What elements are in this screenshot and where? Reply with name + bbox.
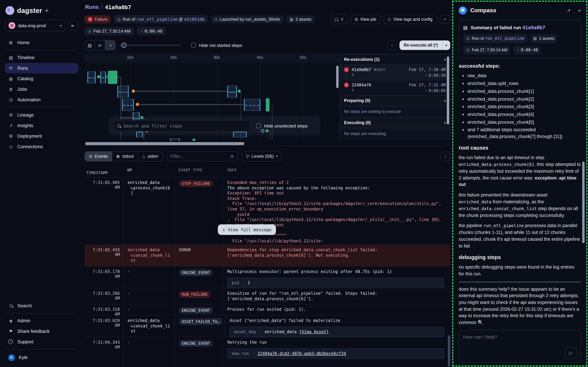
- log-filter-field[interactable]: ⊗: [167, 151, 238, 161]
- chevron-down-icon: ▾: [444, 99, 446, 102]
- gantt-vertical-scrollbar[interactable]: [336, 66, 339, 88]
- log-row[interactable]: 7:31:03.318 AM - ENGINE_EVENT Process fo…: [84, 304, 450, 316]
- view-job-button[interactable]: ⧉ View job: [350, 15, 381, 24]
- run-of-tag[interactable]: ◎ Run of run_etl_pipeline @ e2c051db: [114, 15, 208, 24]
- sidebar-item-admin[interactable]: ◈ Admin: [5, 315, 78, 326]
- re-executions-scrollbar[interactable]: [447, 57, 449, 125]
- gantt-bar[interactable]: [122, 99, 134, 111]
- gantt-marker[interactable]: [97, 75, 100, 79]
- gantt-marker-retry[interactable]: [136, 103, 139, 106]
- log-sort-button[interactable]: ↕: [441, 151, 450, 161]
- compass-chat-box: ▷: [459, 330, 581, 362]
- log-row-error[interactable]: 7:31:02.433 AM enriched_data ↳concat_chu…: [84, 245, 450, 267]
- sidebar-item-share-feedback[interactable]: ⚑ Share feedback: [5, 326, 78, 336]
- dagster-logo[interactable]: dagster +: [5, 5, 78, 20]
- gantt-controls: ▤ ≓ ◔ Hide not started steps ↕ Re-execut…: [84, 40, 450, 50]
- close-icon[interactable]: ×: [578, 7, 581, 14]
- more-actions-button[interactable]: ▾: [440, 15, 450, 24]
- sidebar-item-deployment[interactable]: ⚙ Deployment: [5, 131, 78, 142]
- clock-icon: ◷: [88, 29, 91, 33]
- sidebar-item-insights[interactable]: ↗ Insights: [5, 120, 78, 131]
- sidebar-item-runs[interactable]: ⟳ Runs: [5, 63, 78, 74]
- re-execute-all-button[interactable]: Re-execute all (*) ▾: [400, 41, 450, 50]
- re-execution-row[interactable]: 41a9a0b7 ROOT Feb 27, 7:30 AM * ◔0:00:48: [340, 65, 450, 80]
- executing-section-header[interactable]: Executing (0) ▾: [340, 118, 450, 128]
- pipeline-link[interactable]: run_etl_pipeline: [136, 17, 178, 22]
- reorder-button[interactable]: ↕: [387, 41, 397, 50]
- gantt-bar[interactable]: [117, 86, 129, 98]
- search-steps-input[interactable]: [123, 123, 246, 128]
- log-row[interactable]: 7:31:04.343 AM - ENGINE_EVENT Retrying t…: [84, 337, 450, 367]
- gantt-bar[interactable]: [170, 138, 180, 141]
- gantt-marker-retry[interactable]: [132, 89, 135, 93]
- gantt-bar[interactable]: [227, 86, 237, 98]
- re-executions-header[interactable]: Re-executions (1) ▾: [340, 54, 450, 65]
- timed-view-button[interactable]: ◔: [105, 41, 115, 50]
- axis-tick: 40s: [256, 55, 263, 60]
- divider: [5, 107, 77, 108]
- view-full-message-button[interactable]: ↕ View full message: [218, 224, 276, 235]
- hide-unselected-checkbox[interactable]: Hide unselected steps: [256, 123, 308, 128]
- sidebar-item-support[interactable]: ? Support: [5, 336, 78, 347]
- gantt-bar[interactable]: [100, 71, 106, 83]
- log-filter-input[interactable]: [171, 154, 228, 158]
- user-menu[interactable]: K Kyle: [5, 351, 78, 364]
- tab-stderr[interactable]: △ stderr: [138, 151, 162, 161]
- send-button[interactable]: ▷: [565, 347, 577, 359]
- log-row[interactable]: 7:31:03.266 AM - RUN_FAILURE Execution o…: [84, 288, 450, 304]
- sidebar-item-timeline[interactable]: ▤ Timeline: [5, 52, 78, 63]
- gantt-marker[interactable]: [192, 138, 196, 141]
- new-run-link[interactable]: 22484a76-dcd2-487b-aeb3-db3bece6cf2d: [257, 351, 346, 356]
- workspace-selector[interactable]: D data-eng-prod ▾: [5, 20, 65, 31]
- open-in-new-icon[interactable]: ↗: [567, 7, 571, 14]
- zoom-slider-thumb[interactable]: [121, 42, 127, 48]
- assets-tag[interactable]: ▦ 2 assets: [286, 15, 315, 23]
- chat-input[interactable]: [463, 334, 576, 348]
- run-of-tag[interactable]: ◎ Run of run_etl_pipeline: [463, 34, 528, 43]
- preparing-section-header[interactable]: Preparing (0) ▾: [340, 96, 450, 106]
- workspace-name: data-eng-prod: [18, 23, 57, 28]
- gantt-bar-success[interactable]: [108, 71, 117, 84]
- zoom-slider[interactable]: [120, 44, 181, 46]
- run-id: 41a9a0b7: [351, 67, 371, 72]
- sidebar-item-catalog[interactable]: ◍ Catalog: [5, 74, 78, 84]
- log-row[interactable]: 7:31:03.629 AM enriched_data ↳concat_chu…: [84, 316, 450, 337]
- chevron-down-icon: ▾: [444, 121, 446, 125]
- sidebar-item-lineage[interactable]: ⧉ Lineage: [5, 109, 78, 120]
- hide-not-started-checkbox[interactable]: Hide not started steps: [191, 43, 242, 48]
- breadcrumb-runs-link[interactable]: Runs: [85, 4, 99, 10]
- flat-view-button[interactable]: ▤: [85, 41, 95, 50]
- tab-stdout[interactable]: ▣ stdout: [112, 151, 138, 161]
- tab-events[interactable]: ▤ Events: [85, 151, 112, 161]
- view-tags-config-button[interactable]: ◇ View tags and config: [383, 15, 437, 24]
- sidebar-item-home[interactable]: ⊞ Home: [5, 37, 78, 48]
- step-search-field[interactable]: [113, 120, 251, 132]
- gantt-bar-success[interactable]: [266, 98, 270, 111]
- re-execute-dropdown[interactable]: ▾: [442, 41, 450, 50]
- levels-dropdown[interactable]: ▽ Levels (5/6) ▾: [242, 151, 282, 161]
- gantt-bar[interactable]: [244, 99, 260, 111]
- clear-filter-icon[interactable]: ⊗: [230, 154, 234, 159]
- commit-link[interactable]: e2c051db: [184, 17, 205, 22]
- gantt-marker[interactable]: [238, 89, 241, 93]
- re-execution-row[interactable]: 22484a76 Feb 27, 7:31 AM * ◔0:00:09: [340, 80, 450, 96]
- waterfall-view-button[interactable]: ≓: [95, 41, 105, 50]
- compass-scrollbar[interactable]: [582, 161, 585, 243]
- log-row[interactable]: 7:31:03.170 AM - ENGINE_EVENT Multiproce…: [84, 267, 450, 288]
- view-asset-link[interactable]: [View Asset]: [299, 329, 329, 334]
- events-scrollbar[interactable]: [448, 335, 450, 366]
- sidebar-item-search[interactable]: Search: [5, 300, 78, 311]
- collapse-sidebar-button[interactable]: ⇤: [68, 20, 78, 31]
- gantt-bar[interactable]: [87, 71, 96, 83]
- summary-run-id-link[interactable]: 41a9a0b7: [522, 25, 545, 30]
- launched-by-tag[interactable]: ◷ Launched by run_assets_30min: [211, 15, 283, 23]
- sidebar-item-automation[interactable]: ◷ Automation: [5, 94, 78, 105]
- sidebar-item-connections[interactable]: ◇ Connections: [5, 142, 78, 152]
- sidebar-item-jobs[interactable]: ≣ Jobs: [5, 84, 78, 94]
- axis-tick: 20s: [170, 55, 177, 60]
- insights-icon: ↗: [8, 123, 14, 128]
- assets-tag[interactable]: ▦ 2 assets: [530, 34, 557, 43]
- alerts-button[interactable]: 0: [331, 14, 348, 24]
- gantt-horizontal-scrollbar[interactable]: [85, 142, 244, 145]
- list-item: enriched_data.process_chunk[1]: [468, 88, 581, 95]
